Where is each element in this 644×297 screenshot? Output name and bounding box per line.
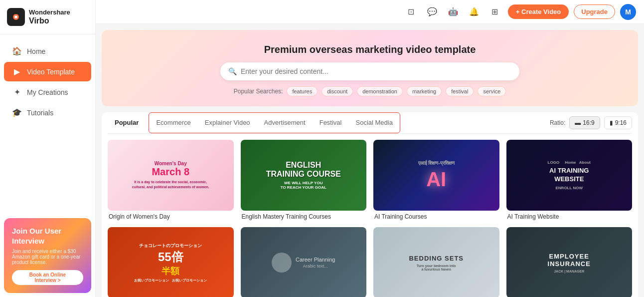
video-card-chocolate[interactable]: チョコレートのプロモーション 55倍 半額 お祝いプロモーション お祝いプロモー… xyxy=(108,227,234,297)
logo-icon xyxy=(7,8,25,26)
sidebar-item-video-template[interactable]: ▶ Video Template xyxy=(4,62,91,81)
sidebar-item-home[interactable]: 🏠 Home xyxy=(4,41,91,61)
hero-search-bar[interactable]: 🔍 xyxy=(220,62,519,80)
video-label-3: AI Training Courses xyxy=(373,213,499,220)
portrait-icon: ▮ xyxy=(610,119,613,126)
tabs-left: Popular Ecommerce Explainer Video Advert… xyxy=(108,112,400,133)
create-video-button[interactable]: + Create Video xyxy=(508,4,569,19)
popular-tag-service[interactable]: service xyxy=(478,86,506,96)
main-area: ⊡ 💬 🤖 🔔 ⊞ + Create Video Upgrade M Premi… xyxy=(96,0,644,297)
svg-point-2 xyxy=(14,15,17,18)
video-thumb-1: Women's Day March 8 It is a day to celeb… xyxy=(108,140,234,211)
sidebar: Wondershare Virbo 🏠 Home ▶ Video Templat… xyxy=(0,0,96,297)
tab-social-media[interactable]: Social Media xyxy=(348,113,399,133)
video-card-english[interactable]: ENGLISHTRAINING COURSE WE WILL HELP YOUT… xyxy=(241,140,367,220)
video-card-bedding[interactable]: BEDDING SETS Turn your bedroom intoa lux… xyxy=(373,227,499,297)
sidebar-item-label: My Creations xyxy=(27,88,68,96)
popular-tag-demonstration[interactable]: demonstration xyxy=(357,86,403,96)
creations-icon: ✦ xyxy=(12,87,22,97)
ratio-9-16-button[interactable]: ▮ 9:16 xyxy=(604,116,632,129)
ratio-9-16-label: 9:16 xyxy=(615,119,627,126)
video-grid: Women's Day March 8 It is a day to celeb… xyxy=(108,140,632,297)
topbar: ⊡ 💬 🤖 🔔 ⊞ + Create Video Upgrade M xyxy=(96,0,644,24)
landscape-icon: ▬ xyxy=(575,119,581,126)
banner-subtitle: Join and receive either a $30 Amazon gif… xyxy=(12,249,83,265)
hero-title: Premium overseas marketing video templat… xyxy=(112,44,628,55)
message-icon[interactable]: 💬 xyxy=(424,4,440,20)
video-thumb-2: ENGLISHTRAINING COURSE WE WILL HELP YOUT… xyxy=(241,140,367,211)
video-thumb-8: EMPLOYEEINSURANCE JACK | MANAGER xyxy=(506,227,633,297)
banner-button[interactable]: Book an Online Interview > xyxy=(12,270,83,285)
banner-title: Join Our User Interview xyxy=(12,226,83,246)
sidebar-item-tutorials[interactable]: 🎓 Tutorials xyxy=(4,103,91,122)
video-thumb-5: チョコレートのプロモーション 55倍 半額 お祝いプロモーション お祝いプロモー… xyxy=(108,227,234,297)
popular-tag-marketing[interactable]: marketing xyxy=(407,86,442,96)
video-card-insurance[interactable]: EMPLOYEEINSURANCE JACK | MANAGER Employe… xyxy=(506,227,633,297)
video-thumb-4: LOGO Home About AI TRAININGWEBSITE ENROL… xyxy=(506,140,633,211)
sidebar-item-label: Home xyxy=(27,47,45,55)
video-thumb-3: एआई शिक्षण-प्रशिक्षण AI xyxy=(373,140,499,211)
avatar[interactable]: M xyxy=(620,4,636,20)
video-thumb-6: Career PlanningArabic text... xyxy=(241,227,367,297)
video-label-4: AI Training Website xyxy=(506,213,633,220)
tab-ecommerce[interactable]: Ecommerce xyxy=(149,113,197,133)
upgrade-button[interactable]: Upgrade xyxy=(574,4,615,19)
video-label-2: English Mastery Training Courses xyxy=(241,213,367,220)
ratio-16-9-label: 16:9 xyxy=(583,119,594,126)
video-card-womens-day[interactable]: Women's Day March 8 It is a day to celeb… xyxy=(108,140,234,220)
video-card-ai-website[interactable]: LOGO Home About AI TRAININGWEBSITE ENROL… xyxy=(506,140,633,220)
robot-icon[interactable]: 🤖 xyxy=(445,4,461,20)
bell-icon[interactable]: 🔔 xyxy=(466,4,482,20)
hero-banner: Premium overseas marketing video templat… xyxy=(102,30,638,106)
video-thumb-7: BEDDING SETS Turn your bedroom intoa lux… xyxy=(373,227,499,297)
video-icon: ▶ xyxy=(12,67,22,76)
search-icon: 🔍 xyxy=(228,67,237,75)
sidebar-item-label: Video Template xyxy=(27,68,75,76)
video-label-1: Origin of Women's Day xyxy=(108,213,234,220)
grid-icon[interactable]: ⊞ xyxy=(487,4,503,20)
tab-area: Popular Ecommerce Explainer Video Advert… xyxy=(102,112,638,134)
video-grid-area: Women's Day March 8 It is a day to celeb… xyxy=(102,134,638,297)
popular-label: Popular Searches: xyxy=(234,88,283,95)
popular-searches: Popular Searches: features discount demo… xyxy=(112,86,628,96)
ratio-label: Ratio: xyxy=(550,119,565,126)
content-area: Premium overseas marketing video templat… xyxy=(96,24,644,297)
video-card-ai-courses[interactable]: एआई शिक्षण-प्रशिक्षण AI AI Training Cour… xyxy=(373,140,499,220)
sidebar-item-my-creations[interactable]: ✦ My Creations xyxy=(4,82,91,102)
search-input[interactable] xyxy=(241,67,511,75)
sidebar-item-label: Tutorials xyxy=(27,109,53,117)
tab-advertisement[interactable]: Advertisement xyxy=(257,113,313,133)
home-icon: 🏠 xyxy=(12,46,22,56)
video-card-career[interactable]: Career PlanningArabic text... Career Pla… xyxy=(241,227,367,297)
popular-tag-features[interactable]: features xyxy=(287,86,318,96)
tutorials-icon: 🎓 xyxy=(12,108,22,117)
ratio-area: Ratio: ▬ 16:9 ▮ 9:16 xyxy=(550,116,632,129)
tab-popular[interactable]: Popular xyxy=(108,113,146,133)
ratio-16-9-button[interactable]: ▬ 16:9 xyxy=(569,116,600,129)
tabs-row: Popular Ecommerce Explainer Video Advert… xyxy=(108,112,632,134)
sidebar-banner: Join Our User Interview Join and receive… xyxy=(4,218,91,293)
logo-text: Wondershare Virbo xyxy=(29,8,70,25)
sidebar-nav: 🏠 Home ▶ Video Template ✦ My Creations 🎓… xyxy=(0,34,95,214)
tab-festival[interactable]: Festival xyxy=(313,113,349,133)
popular-tag-discount[interactable]: discount xyxy=(322,86,353,96)
monitor-icon[interactable]: ⊡ xyxy=(403,4,419,20)
tab-explainer-video[interactable]: Explainer Video xyxy=(198,113,257,133)
sidebar-logo: Wondershare Virbo xyxy=(0,0,95,34)
popular-tag-festival[interactable]: festival xyxy=(446,86,474,96)
